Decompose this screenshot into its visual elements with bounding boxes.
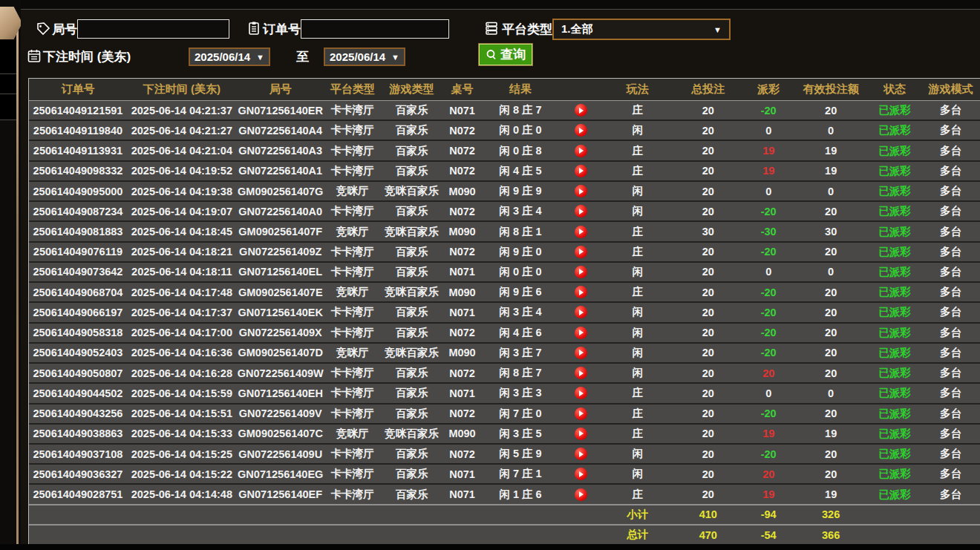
header-cell: 平台类型 [324, 79, 381, 100]
play-replay-button[interactable] [575, 468, 587, 480]
play-type-cell: 庄 [602, 283, 673, 301]
replay-cell [559, 263, 602, 281]
bet-time-cell: 2025-06-14 04:21:04 [127, 141, 237, 160]
game-type-cell: 百家乐 [381, 162, 443, 180]
game-type-cell: 竞咪百家乐 [381, 344, 443, 362]
payout-cell: -20 [743, 303, 794, 321]
game-no-cell: GN0722561409U [237, 445, 324, 463]
play-icon [579, 229, 584, 235]
total-total-bet: 470 [673, 526, 743, 544]
header-cell: 总投注 [673, 79, 743, 100]
play-type-cell: 闲 [602, 364, 673, 382]
play-replay-button[interactable] [575, 286, 587, 298]
valid-bet-cell: 20 [794, 465, 868, 483]
valid-bet-cell: 20 [794, 303, 868, 321]
play-replay-button[interactable] [575, 104, 587, 117]
play-replay-button[interactable] [575, 428, 587, 440]
table-no-cell: N072 [443, 405, 482, 423]
mode-cell: 多台 [921, 121, 980, 140]
result-cell: 闲 0 庄 8 [482, 141, 560, 160]
total-bet-cell: 30 [673, 222, 743, 240]
play-replay-button[interactable] [575, 407, 587, 420]
play-replay-button[interactable] [575, 226, 587, 238]
status-cell: 已派彩 [868, 485, 921, 503]
bet-time-cell: 2025-06-14 04:18:11 [127, 263, 237, 281]
subtotal-payout: -94 [743, 505, 794, 524]
table-body: 2506140491215912025-06-14 04:21:37GN0712… [29, 101, 980, 544]
order-no-cell: 250614049081883 [29, 222, 127, 240]
date-to-select[interactable]: 2025/06/14 ▼ [324, 48, 405, 66]
mode-cell: 多台 [921, 162, 980, 180]
play-replay-button[interactable] [575, 367, 587, 379]
table-row: 2506140490363272025-06-14 04:15:22GN0712… [29, 463, 980, 483]
replay-cell [559, 283, 602, 301]
play-replay-button[interactable] [575, 145, 587, 157]
replay-cell [559, 324, 602, 342]
search-button[interactable]: 查询 [479, 44, 532, 65]
mode-cell: 多台 [921, 445, 980, 463]
platform-type-label: 平台类型 [502, 23, 552, 36]
bet-records-table: 订单号下注时间 (美东)局号平台类型游戏类型桌号结果玩法总投注派彩有效投注额状态… [28, 78, 980, 545]
bet-time-cell: 2025-06-14 04:19:07 [127, 202, 237, 220]
play-replay-button[interactable] [575, 266, 587, 278]
game-no-cell: GN072256140A3 [237, 141, 324, 160]
bet-records-panel: 局号 订单号 平台类型 1.全部 ▼ 下注时间 (美东) 2025/06/14 … [21, 9, 980, 545]
total-valid-bet: 366 [794, 526, 868, 544]
play-type-cell: 闲 [602, 121, 673, 140]
order-no-input[interactable] [301, 19, 449, 39]
total-bet-cell: 20 [673, 202, 743, 220]
table-row: 2506140491139312025-06-14 04:21:04GN0722… [29, 140, 980, 160]
empty-cell [868, 505, 921, 524]
header-cell: 游戏类型 [381, 79, 443, 100]
game-no-cell: GM0902561407C [237, 425, 324, 443]
play-type-cell: 闲 [602, 465, 673, 483]
status-cell: 已派彩 [868, 162, 921, 180]
status-cell: 已派彩 [868, 222, 921, 240]
game-no-cell: GN072256140A4 [237, 121, 324, 140]
order-no-cell: 250614049098332 [29, 162, 127, 180]
play-type-cell: 庄 [602, 384, 673, 402]
background-card [0, 94, 16, 120]
play-replay-button[interactable] [575, 387, 587, 399]
date-from-select[interactable]: 2025/06/14 ▼ [189, 48, 270, 66]
result-cell: 闲 3 庄 4 [482, 303, 560, 321]
game-type-cell: 百家乐 [381, 324, 443, 342]
play-replay-button[interactable] [575, 165, 587, 177]
table-row: 2506140490687042025-06-14 04:17:48GM0902… [29, 281, 980, 301]
play-type-cell: 庄 [602, 485, 673, 503]
play-icon [579, 390, 584, 396]
play-replay-button[interactable] [575, 347, 587, 359]
mode-cell: 多台 [921, 263, 980, 281]
mode-cell: 多台 [921, 405, 980, 423]
result-cell: 闲 9 庄 6 [482, 283, 560, 301]
play-replay-button[interactable] [575, 185, 587, 197]
table-row: 2506140491215912025-06-14 04:21:37GN0712… [29, 101, 980, 120]
play-replay-button[interactable] [575, 124, 587, 137]
platform-type-select[interactable]: 1.全部 ▼ [552, 19, 731, 40]
game-no-input[interactable] [77, 19, 229, 39]
play-replay-button[interactable] [575, 488, 587, 501]
status-cell: 已派彩 [868, 324, 921, 342]
payout-cell: -30 [743, 222, 794, 240]
order-no-cell: 250614049043256 [29, 405, 127, 423]
play-replay-button[interactable] [575, 327, 587, 339]
play-icon [579, 289, 584, 295]
play-replay-button[interactable] [575, 246, 587, 258]
play-type-cell: 闲 [602, 303, 673, 321]
play-replay-button[interactable] [575, 448, 587, 460]
bet-time-cell: 2025-06-14 04:18:45 [127, 222, 237, 240]
game-type-cell: 百家乐 [381, 445, 443, 463]
mode-cell: 多台 [921, 243, 980, 261]
play-replay-button[interactable] [575, 205, 587, 217]
payout-cell: 19 [743, 485, 794, 503]
subtotal-total-bet: 410 [673, 505, 743, 524]
mode-cell: 多台 [921, 283, 980, 301]
result-cell: 闲 8 庄 7 [482, 101, 560, 120]
play-replay-button[interactable] [575, 306, 587, 318]
order-no-cell: 250614049037108 [29, 445, 127, 463]
table-no-cell: N072 [443, 121, 482, 140]
game-no-cell: GN0722561409Z [237, 243, 324, 261]
game-no-cell: GN071256140EH [237, 384, 324, 402]
subtotal-valid-bet: 326 [794, 505, 868, 524]
bet-time-cell: 2025-06-14 04:15:25 [127, 445, 237, 463]
